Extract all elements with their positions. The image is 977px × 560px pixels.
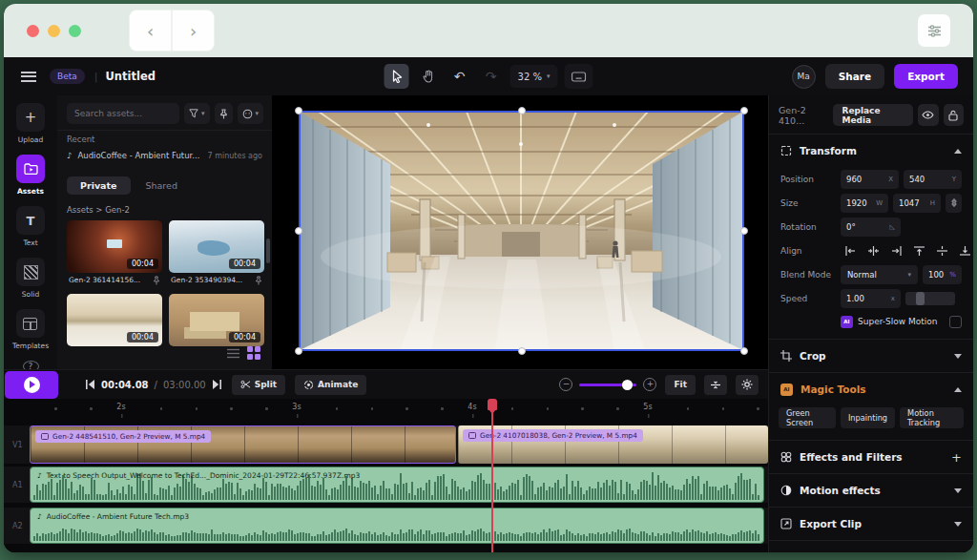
align-right-button[interactable]: [886, 241, 906, 259]
zoom-level-dropdown[interactable]: 32 % ▾: [510, 65, 558, 88]
list-view-button[interactable]: [227, 348, 239, 359]
resize-handle-e[interactable]: [740, 227, 748, 235]
align-center-h-button[interactable]: [863, 241, 883, 259]
tab-shared[interactable]: Shared: [146, 180, 177, 191]
preview-canvas[interactable]: [272, 95, 768, 369]
align-left-button[interactable]: [841, 241, 861, 259]
playhead-handle[interactable]: [488, 399, 497, 410]
sidebar-item-assets[interactable]: Assets: [16, 155, 45, 196]
menu-icon[interactable]: [21, 72, 36, 82]
pin-icon[interactable]: [255, 276, 262, 285]
visibility-button[interactable]: [918, 104, 938, 126]
resize-handle-n[interactable]: [518, 107, 526, 114]
effects-section-header[interactable]: Effects and Filters +: [769, 441, 973, 473]
size-h-input[interactable]: 1047H: [893, 194, 941, 213]
timeline[interactable]: 2s 3s 4s 5s V1 A1 A2 Gen-2 448541510, Ge…: [4, 399, 768, 552]
resize-handle-s[interactable]: [518, 347, 526, 355]
timeline-zoom-slider[interactable]: [579, 384, 636, 386]
lock-button[interactable]: [944, 104, 964, 126]
align-middle-v-button[interactable]: [932, 241, 952, 259]
video-clip-2[interactable]: Gen-2 4107018038, Gen-2 Preview, M 5.mp4: [458, 425, 768, 464]
size-w-input[interactable]: 1920W: [841, 194, 888, 213]
slowmo-checkbox[interactable]: [949, 316, 962, 328]
timeline-zoom-in-button[interactable]: +: [643, 378, 656, 391]
undo-button[interactable]: ↶: [447, 64, 472, 89]
green-screen-button[interactable]: Green Screen: [779, 407, 836, 428]
animate-button[interactable]: Animate: [295, 375, 366, 395]
opacity-input[interactable]: 100%: [923, 265, 962, 284]
maximize-window-button[interactable]: [69, 25, 81, 37]
speed-slider[interactable]: [905, 292, 955, 305]
recent-asset-item[interactable]: ♪ AudioCoffee - Ambient Futur... 7 minut…: [57, 146, 272, 165]
skip-start-button[interactable]: [85, 380, 95, 389]
rotation-input[interactable]: 0°◺: [841, 218, 901, 237]
pin-icon[interactable]: [153, 276, 160, 285]
fit-button[interactable]: Fit: [665, 375, 696, 395]
project-title[interactable]: Untitled: [105, 70, 155, 83]
sidebar-item-upload[interactable]: + Upload: [16, 103, 45, 144]
transform-section-header[interactable]: Transform: [769, 135, 973, 167]
tab-private[interactable]: Private: [67, 176, 131, 195]
video-clip-1[interactable]: Gen-2 448541510, Gen-2 Preview, M 5.mp4: [30, 425, 456, 464]
speed-input[interactable]: 1.00x: [841, 289, 901, 308]
timeline-zoom-out-button[interactable]: −: [559, 378, 572, 391]
timeline-settings-button[interactable]: [736, 375, 759, 395]
add-effect-icon[interactable]: +: [951, 450, 962, 465]
play-button[interactable]: [5, 371, 58, 399]
replace-media-button[interactable]: Replace Media: [833, 104, 913, 126]
align-bottom-button[interactable]: [955, 241, 973, 259]
shortcuts-button[interactable]: [564, 64, 592, 89]
position-y-input[interactable]: 540Y: [904, 170, 962, 189]
asset-thumbnail-theater[interactable]: 00:04: [67, 220, 162, 273]
link-dimensions-button[interactable]: [946, 194, 962, 213]
motion-effects-section-header[interactable]: Motion effects: [769, 474, 973, 507]
audio-clip-2[interactable]: ♪AudioCoffee - Ambient Future Tech.mp3: [30, 508, 764, 544]
asset-thumbnail-showroom[interactable]: 00:04: [169, 220, 264, 273]
blend-mode-select[interactable]: Normal▾: [841, 265, 918, 284]
grid-view-button[interactable]: [247, 346, 260, 360]
position-x-input[interactable]: 960X: [841, 170, 899, 189]
scrollbar-thumb[interactable]: [266, 239, 270, 263]
select-tool-button[interactable]: [385, 64, 409, 89]
align-top-button[interactable]: [909, 241, 929, 259]
motion-tracking-button[interactable]: Motion Tracking: [900, 407, 964, 428]
skip-end-button[interactable]: [212, 380, 222, 389]
redo-button[interactable]: ↷: [479, 64, 504, 89]
avatar[interactable]: Ma: [792, 65, 816, 89]
inpainting-button[interactable]: Inpainting: [841, 407, 895, 428]
export-button[interactable]: Export: [894, 64, 958, 89]
minimize-window-button[interactable]: [48, 25, 60, 37]
export-clip-section-header[interactable]: Export Clip: [769, 508, 973, 540]
speed-slider-knob[interactable]: [916, 292, 925, 305]
sidebar-item-templates[interactable]: Templates: [12, 309, 49, 350]
resize-handle-nw[interactable]: [295, 107, 302, 114]
crop-section-header[interactable]: Crop: [769, 340, 973, 372]
more-options-button[interactable]: ▾: [238, 103, 264, 124]
audio-clip-1[interactable]: ♪Text to Speech Output_Welcome to TechEd…: [30, 467, 764, 503]
split-button[interactable]: Split: [232, 375, 285, 395]
breadcrumb[interactable]: Assets > Gen-2: [57, 200, 272, 220]
asset-thumbnail-aerial[interactable]: 00:04: [169, 294, 264, 346]
collapse-tracks-button[interactable]: [704, 375, 727, 395]
selected-video-clip[interactable]: [300, 112, 743, 350]
asset-thumbnail-lobby[interactable]: 00:04: [67, 294, 162, 346]
resize-handle-se[interactable]: [740, 347, 748, 355]
timeline-zoom-knob[interactable]: [622, 380, 633, 390]
resize-handle-w[interactable]: [295, 227, 302, 235]
sidebar-item-text[interactable]: T Text: [16, 206, 45, 247]
browser-settings-button[interactable]: [918, 14, 950, 47]
magic-tools-section-header[interactable]: AI Magic Tools: [769, 373, 973, 405]
hand-tool-button[interactable]: [416, 64, 441, 89]
resize-handle-sw[interactable]: [295, 347, 302, 355]
share-button[interactable]: Share: [825, 64, 884, 89]
resize-handle-ne[interactable]: [740, 107, 748, 114]
sidebar-item-solid[interactable]: Solid: [16, 258, 45, 299]
playhead[interactable]: [491, 399, 493, 552]
forward-button[interactable]: ›: [172, 10, 215, 52]
filter-button[interactable]: ▾: [184, 103, 210, 124]
back-button[interactable]: ‹: [129, 10, 172, 52]
timeline-ruler[interactable]: 2s 3s 4s 5s: [4, 399, 768, 420]
pin-button[interactable]: [215, 103, 233, 124]
search-input[interactable]: [67, 103, 179, 124]
close-window-button[interactable]: [27, 25, 39, 37]
